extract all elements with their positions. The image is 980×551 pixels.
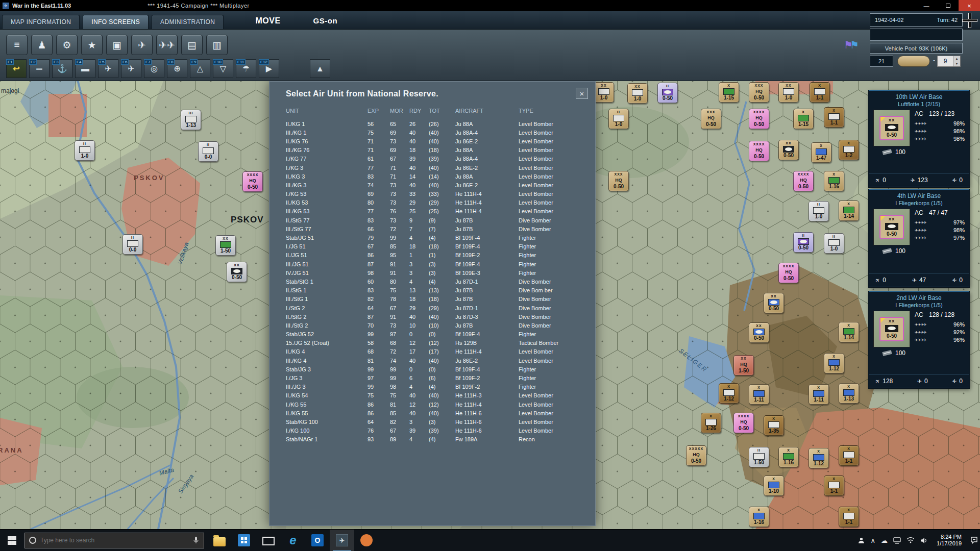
air-unit-row[interactable]: III./KG 53777625(25)He 111H-4Level Bombe…	[286, 207, 595, 216]
unit-counter[interactable]: X1-1	[824, 107, 844, 128]
fkey-f3-button[interactable]: F3⚓	[52, 59, 72, 78]
wifi-icon[interactable]	[906, 537, 915, 543]
air-unit-row[interactable]: Stab/NAGr 193894(4)Fw 189ARecon	[286, 435, 595, 444]
taskbar-search[interactable]	[24, 533, 204, 548]
unit-counter[interactable]: II1-50	[749, 447, 769, 467]
air-unit-row[interactable]: II./KG 76717340(40)Ju 86E-2Level Bomber	[286, 137, 595, 145]
tab-info-screens[interactable]: INFO SCREENS	[83, 15, 149, 29]
unit-counter[interactable]: XXXXHQ0-50	[793, 171, 814, 191]
unit-counter[interactable]: XX0-50	[749, 322, 769, 343]
air-unit-row[interactable]: I./KG 100766739(39)He 111H-6Level Bomber	[286, 427, 595, 435]
unit-counter[interactable]: XXXXHQ0-50	[749, 141, 769, 161]
air-unit-row[interactable]: I./KG 53697333(33)He 111H-4Level Bomber	[286, 190, 595, 198]
commanders-report-icon[interactable]: ▤	[181, 35, 203, 55]
unit-counter[interactable]: X1-16	[824, 171, 844, 191]
air-unit-row[interactable]: 15./JG 52 (Croat)586812(12)Hs 129BTactic…	[286, 339, 595, 347]
air-unit-row[interactable]: Stab/JG 5299970(0)Bf 109F-4Fighter	[286, 330, 595, 339]
taskbar-mail[interactable]	[256, 530, 281, 551]
units-icon[interactable]: ♟	[31, 35, 53, 55]
air-unit-row[interactable]: III./StG 7766727(7)Ju 87BDive Bomber	[286, 224, 595, 233]
unit-counter[interactable]: XXXXHQ0-50	[733, 413, 754, 433]
air-unit-row[interactable]: III./KG 76716918(18)Ju 88ALevel Bomber	[286, 146, 595, 155]
air-unit-row[interactable]: II./StG 1837513(13)Ju 87BDive Bom ber	[286, 286, 595, 295]
taskbar-edge[interactable]: e	[281, 530, 305, 551]
fkey-f1-button[interactable]: F1↩	[6, 59, 27, 78]
air-unit-row[interactable]: III./JG 399984(4)Bf 109F-2Fighter	[286, 383, 595, 391]
unit-counter[interactable]: II1-0	[824, 233, 844, 254]
unit-counter[interactable]: X1-12	[719, 383, 739, 404]
search-input[interactable]	[40, 537, 188, 544]
unit-counter[interactable]: X1-2	[839, 140, 859, 160]
close-icon[interactable]: ×	[576, 88, 588, 99]
air-unit-row[interactable]: III./KG 4817440(40)Ju 86E-2Level Bomber	[286, 356, 595, 365]
air-unit-row[interactable]: Stab/JG 399990(0)Bf 109F-4Fighter	[286, 365, 595, 373]
onedrive-cloud-icon[interactable]: ☁	[881, 537, 888, 544]
unit-counter[interactable]: XXXHQ0-50	[701, 109, 721, 129]
fkey-f10-button[interactable]: F10▽	[213, 59, 233, 78]
unit-counter[interactable]: XXXHQ0-50	[749, 82, 769, 103]
air-unit-row[interactable]: I./StG 2646729(29)Ju 87D-1Dive Bomber	[286, 304, 595, 312]
fkey-f2-button[interactable]: F2═	[29, 59, 50, 78]
taskbar-app-orange[interactable]	[354, 530, 379, 551]
air-unit-row[interactable]: I./KG 77616739(39)Ju 88A-4Level Bomber	[286, 155, 595, 163]
action-center-icon[interactable]	[970, 537, 978, 544]
preferences-icon[interactable]: ★	[81, 35, 103, 55]
unit-counter[interactable]: X1-16	[749, 507, 769, 527]
unit-counter[interactable]: XXXHQ0-50	[608, 171, 629, 191]
air-unit-row[interactable]: Stab/JG 5179994(4)Bf 109F-4Fighter	[286, 233, 595, 242]
taskbar-store[interactable]	[232, 530, 256, 551]
unit-counter[interactable]: X1-1	[839, 445, 859, 466]
fkey-f9-button[interactable]: F9△	[190, 59, 210, 78]
spinner-up-icon[interactable]: ▲	[953, 56, 960, 61]
unit-counter[interactable]: X1-1	[824, 475, 844, 496]
volume-icon[interactable]	[920, 537, 928, 544]
air-unit-row[interactable]: Stab/StG 160804(4)Ju 87D-1Dive Bomber	[286, 277, 595, 286]
map-modes-icon[interactable]: ≡	[6, 35, 28, 55]
air-unit-row[interactable]: II./KG 53807329(29)He 111H-4Level Bomber	[286, 198, 595, 207]
air-unit-row[interactable]: II./KG 54757540(40)He 111H-3Level Bomber	[286, 391, 595, 400]
air-unit-row[interactable]: III./StG 2707310(10)Ju 87BDive Bomber	[286, 321, 595, 330]
unit-counter[interactable]: XX0-50	[227, 262, 247, 282]
mode-move[interactable]: MOVE	[249, 13, 286, 29]
air-base-counter[interactable]: XX 0-50	[873, 311, 910, 347]
air-unit-row[interactable]: II./KG 4687217(17)He 111H-4Level Bomber	[286, 347, 595, 356]
mode-gs-toggle[interactable]: GS-on	[307, 13, 344, 29]
fkey-f11-button[interactable]: F11☂	[236, 59, 256, 78]
settings-icon[interactable]: ⚙	[56, 35, 78, 55]
fkey-f5-button[interactable]: F5✈	[98, 59, 118, 78]
unit-counter[interactable]: XXXXXHQ0-50	[686, 445, 706, 466]
fkey-f7-button[interactable]: F7◎	[144, 59, 164, 78]
unit-counter[interactable]: XX1-50	[215, 235, 236, 256]
unit-counter[interactable]: X1-14	[839, 201, 859, 221]
unit-counter[interactable]: II1-0	[75, 140, 95, 161]
unit-counter[interactable]: X1-15	[793, 109, 814, 129]
unit-counter[interactable]: X1-1	[810, 82, 830, 103]
unit-counter[interactable]: X1-13	[839, 383, 859, 404]
unit-counter[interactable]: X1-16	[778, 447, 799, 467]
air-unit-row[interactable]: I./KG 3777140(40)Ju 86E-2Level Bomber	[286, 163, 595, 172]
air-unit-row[interactable]: II./StG 7783739(9)Ju 87BDive Bomber	[286, 216, 595, 224]
unit-counter[interactable]: X1-12	[808, 448, 829, 468]
air-unit-row[interactable]: III./KG 3747340(40)Ju 86E-2Level Bomber	[286, 181, 595, 189]
unit-counter[interactable]: III1-13	[181, 110, 201, 130]
flags-icon[interactable]: ⚑ ⚑	[840, 35, 863, 55]
people-icon[interactable]	[857, 537, 865, 544]
unit-counter[interactable]: XXXXHQ0-50	[749, 109, 769, 129]
maximize-button[interactable]	[937, 0, 959, 11]
unit-counter[interactable]: II0-50	[793, 232, 814, 253]
unit-counter[interactable]: XX0-50	[764, 293, 784, 313]
hidden-icons-chevron[interactable]: ∧	[871, 537, 876, 544]
air-unit-row[interactable]: IV./JG 5198913(3)Bf 109E-3Fighter	[286, 268, 595, 277]
network-icon[interactable]	[893, 537, 901, 544]
taskbar-file-explorer[interactable]	[207, 530, 232, 551]
fkey-f12-button[interactable]: F12▶	[259, 59, 279, 78]
fkey-f6-button[interactable]: F6✈	[121, 59, 141, 78]
unit-counter[interactable]: XXHQ1-50	[733, 355, 754, 375]
air-transport-button[interactable]: ▲	[310, 59, 330, 78]
unit-counter[interactable]: X1-12	[824, 353, 844, 373]
logistics-report-icon[interactable]: ▥	[206, 35, 228, 55]
value-spinner[interactable]: 9 ▲ ▼	[937, 56, 961, 67]
close-window-button[interactable]: ×	[959, 0, 980, 11]
unit-counter[interactable]: X1-47	[811, 142, 831, 163]
unit-counter[interactable]: XXXXHQ0-50	[242, 171, 263, 192]
